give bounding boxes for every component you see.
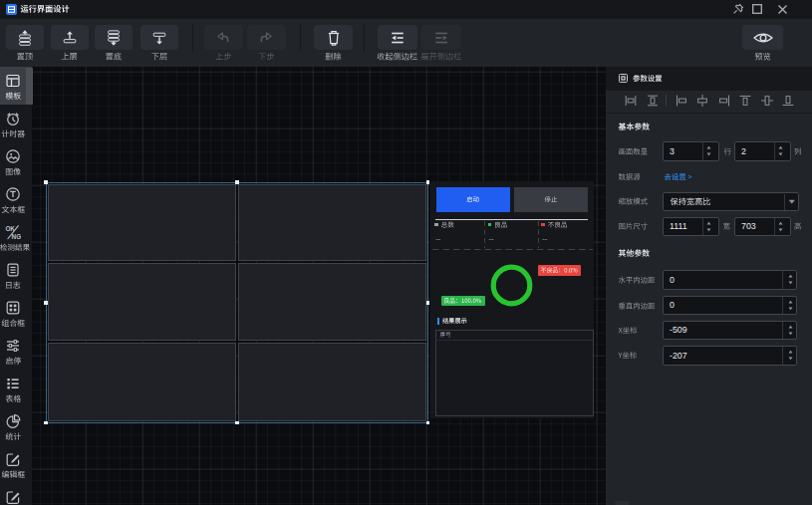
svg-text:NG: NG — [12, 233, 21, 240]
